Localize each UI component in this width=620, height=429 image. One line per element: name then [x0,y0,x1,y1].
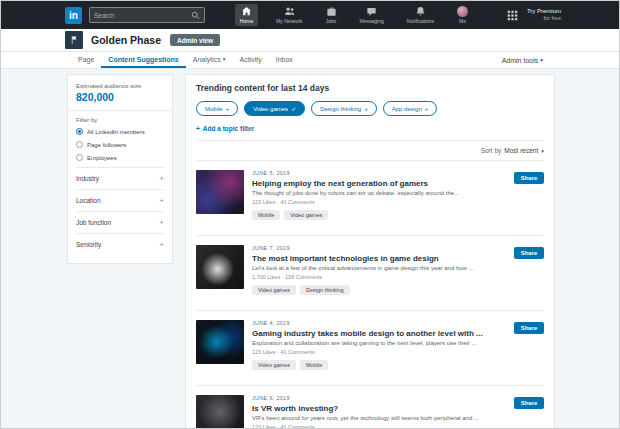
add-topic-filter-link[interactable]: + Add a topic filter [196,125,544,132]
top-navbar: in Home My Network Jobs Messaging [1,1,619,29]
content-card: JUNE 4, 2019 Gaming industry takes mobil… [196,310,544,385]
card-description: The thought of jobs done by robots can s… [252,190,506,196]
topic-filters: Mobile+ Video games✓ Design thinking+ Ap… [196,101,544,116]
plus-icon: + [159,219,164,227]
topic-design-thinking[interactable]: Design thinking+ [311,101,377,116]
company-header: Golden Phase Admin view [1,29,619,52]
card-stats: 123 Likes · 41 Comments [252,199,506,205]
tab-analytics[interactable]: Analytics▾ [186,52,233,68]
tab-content-suggestions[interactable]: Content Suggestions [101,52,185,68]
add-icon: + [364,106,368,112]
audience-sidebar: Estimated audience size 820,000 Filter b… [67,74,173,264]
card-body: JUNE 4, 2019 Gaming industry takes mobil… [252,320,506,385]
card-stats: 123 Likes · 41 Comments [252,424,506,429]
share-button[interactable]: Share [514,322,544,334]
content-card: JUNE 6, 2019 Is VR worth investing? VR's… [196,385,544,429]
tag[interactable]: Video games [252,360,296,370]
topic-app-design[interactable]: App design+ [383,101,438,116]
page-tabs: Page Content Suggestions Analytics▾ Acti… [1,52,619,69]
section-title: Trending content for last 14 days [196,83,544,93]
share-button[interactable]: Share [514,247,544,259]
chat-icon [366,6,377,17]
sort-control[interactable]: Sort by Most recent ▾ [196,140,544,160]
sidebar-section-seniority[interactable]: Seniority + [76,233,164,255]
trending-content-panel: Trending content for last 14 days Mobile… [185,74,555,429]
card-tags: Video games Mobile [252,360,506,370]
nav-messaging[interactable]: Messaging [355,4,389,26]
content-card: JUNE 5, 2019 Helping employ the next gen… [196,160,544,235]
card-tags: Mobile Video games [252,210,506,220]
plus-icon: + [159,241,164,249]
sidebar-section-industry[interactable]: Industry + [76,167,164,189]
card-tags: Video games Design thinking [252,285,506,295]
radio-icon [76,141,83,148]
try-premium-link[interactable]: Try Premium for free [527,8,561,22]
add-icon: + [425,106,429,112]
premium-line1: Try Premium [527,8,561,16]
radio-page-followers[interactable]: Page followers [76,141,164,148]
share-button[interactable]: Share [514,397,544,409]
tag[interactable]: Design thinking [300,285,350,295]
plus-icon: + [196,125,200,132]
nav-my-network[interactable]: My Network [271,4,307,26]
card-title[interactable]: Is VR worth investing? [252,404,506,413]
article-thumbnail [196,320,244,364]
article-thumbnail [196,170,244,214]
tag[interactable]: Mobile [300,360,328,370]
linkedin-logo[interactable]: in [65,7,82,24]
card-stats: 123 Likes · 41 Comments [252,349,506,355]
card-body: JUNE 7, 2019 The most important technolo… [252,245,506,310]
nav-home[interactable]: Home [235,4,258,26]
plus-icon: + [159,197,164,205]
briefcase-icon [326,6,337,17]
radio-icon [76,154,83,161]
content-area: Estimated audience size 820,000 Filter b… [1,69,619,429]
card-date: JUNE 7, 2019 [252,245,506,251]
tag[interactable]: Video games [284,210,328,220]
radio-all-linkedin-members[interactable]: All LinkedIn members [76,128,164,135]
page-title: Golden Phase [91,34,161,46]
card-body: JUNE 5, 2019 Helping employ the next gen… [252,170,506,235]
search-input[interactable] [94,12,191,19]
radio-employees[interactable]: Employees [76,154,164,161]
plus-icon: + [159,175,164,183]
card-description: VR's been around for years now, yet the … [252,415,506,421]
sort-by-label: Sort by [481,147,502,154]
nav-label: My Network [276,18,302,24]
nav-jobs[interactable]: Jobs [321,4,342,26]
nav-me[interactable]: Me [452,4,473,26]
chevron-down-icon: ▾ [541,148,544,154]
card-description: Exploration and collaboration are taking… [252,340,506,346]
topic-mobile[interactable]: Mobile+ [196,101,238,116]
premium-line2: for free [527,15,561,22]
share-button[interactable]: Share [514,172,544,184]
home-icon [241,6,252,17]
add-icon: + [226,106,230,112]
nav-label: Me [459,18,466,24]
card-title[interactable]: Gaming industry takes mobile design to a… [252,329,506,338]
card-body: JUNE 6, 2019 Is VR worth investing? VR's… [252,395,506,429]
card-date: JUNE 6, 2019 [252,395,506,401]
tag[interactable]: Mobile [252,210,280,220]
nav-notifications[interactable]: Notifications [402,4,439,26]
bell-icon [415,6,426,17]
card-title[interactable]: The most important technologies in game … [252,254,506,263]
search-icon[interactable] [191,11,200,20]
tab-page[interactable]: Page [71,52,101,68]
card-stats: 1,700 Likes · 106 Comments [252,274,506,280]
card-title[interactable]: Helping employ the next generation of ga… [252,179,506,188]
filter-by-label: Filter by [76,117,164,123]
tag[interactable]: Video games [252,285,296,295]
search-box[interactable] [89,7,205,23]
chevron-down-icon: ▾ [540,57,543,63]
card-date: JUNE 5, 2019 [252,170,506,176]
sidebar-section-job-function[interactable]: Job function + [76,211,164,233]
company-logo[interactable] [65,31,83,49]
tab-activity[interactable]: Activity [233,52,269,68]
admin-tools-dropdown[interactable]: Admin tools▾ [502,52,543,68]
topic-video-games[interactable]: Video games✓ [244,101,305,116]
tab-inbox[interactable]: Inbox [269,52,300,68]
sidebar-section-location[interactable]: Location + [76,189,164,211]
apps-grid-icon[interactable] [507,10,518,21]
audience-size-value: 820,000 [76,91,164,103]
